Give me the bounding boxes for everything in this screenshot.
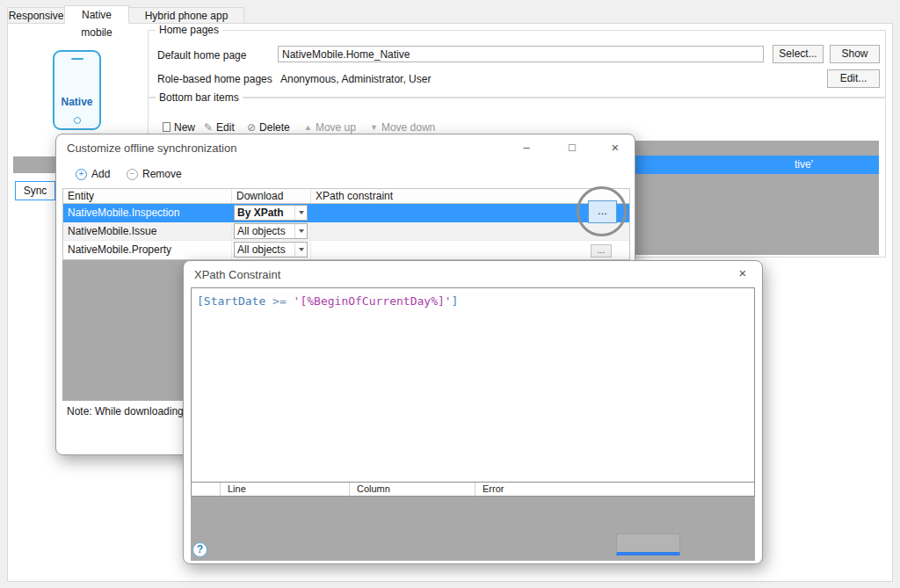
- toolbar-new-button[interactable]: New: [163, 120, 195, 134]
- xpath-dialog-title[interactable]: XPath Constraint: [194, 268, 280, 281]
- minimize-icon: –: [523, 141, 529, 154]
- phone-label: Native: [54, 96, 99, 108]
- move-down-icon: ▼: [370, 123, 378, 132]
- tab-hybrid-phone-app-online[interactable]: Hybrid phone app online: [128, 7, 244, 24]
- toolbar-move-down-label: Move down: [381, 121, 435, 134]
- download-cell: All objects: [232, 241, 311, 259]
- entity-cell: NativeMobile.Issue: [63, 222, 232, 240]
- entity-cell: NativeMobile.Property: [63, 241, 232, 259]
- chevron-down-icon: [294, 243, 307, 257]
- default-home-page-label: Default home page: [157, 49, 246, 62]
- column-header-xpath-constraint: XPath constraint: [311, 189, 629, 203]
- xpath-close-button[interactable]: ×: [728, 261, 758, 286]
- xpath-cell: [311, 222, 629, 240]
- remove-label: Remove: [142, 168, 182, 180]
- default-home-page-input[interactable]: [278, 46, 764, 62]
- edit-pencil-icon: ✎: [204, 121, 213, 134]
- error-col-error: Error: [475, 483, 754, 496]
- sync-dialog-title[interactable]: Customize offline synchronization: [67, 142, 236, 155]
- column-header-entity: Entity: [63, 189, 232, 203]
- download-select[interactable]: All objects: [234, 242, 308, 258]
- minimize-button[interactable]: –: [512, 134, 541, 161]
- entity-table: Entity Download XPath constraint NativeM…: [62, 188, 630, 260]
- chevron-down-icon: [294, 224, 307, 238]
- phone-home-button: [74, 117, 81, 124]
- error-col-line: Line: [221, 483, 350, 496]
- add-label: Add: [91, 168, 110, 180]
- select-button[interactable]: Select...: [773, 45, 824, 63]
- navigation-editor: Responsive Native mobile Hybrid phone ap…: [0, 0, 900, 588]
- xpath-editor[interactable]: [StartDate >= '[%BeginOfCurrentDay%]']: [191, 287, 755, 483]
- column-header-download: Download: [232, 189, 311, 203]
- remove-icon: −: [127, 169, 138, 180]
- ok-button[interactable]: [616, 534, 680, 555]
- toolbar-delete-button[interactable]: ⊘ Delete: [247, 120, 290, 134]
- home-pages-group: Home pages Default home page Select... S…: [148, 30, 886, 98]
- download-select[interactable]: By XPath: [234, 205, 308, 221]
- download-cell: By XPath: [232, 204, 311, 222]
- xpath-code-line: [StartDate >= '[%BeginOfCurrentDay%]']: [197, 294, 458, 308]
- remove-button[interactable]: − Remove: [127, 166, 182, 182]
- home-pages-legend: Home pages: [156, 24, 222, 36]
- bottom-bar-items-legend: Bottom bar items: [156, 91, 243, 104]
- table-row[interactable]: NativeMobile.Inspection By XPath: [63, 204, 629, 222]
- xpath-ellipsis-button[interactable]: ...: [588, 200, 617, 223]
- close-button[interactable]: ×: [600, 134, 630, 161]
- show-button[interactable]: Show: [830, 45, 880, 63]
- phone-speaker: [71, 58, 83, 60]
- toolbar-edit-label: Edit: [216, 121, 235, 134]
- toolbar-delete-label: Delete: [259, 121, 290, 134]
- role-based-home-pages-label: Role-based home pages: [157, 73, 272, 85]
- download-cell: All objects: [232, 222, 311, 240]
- maximize-icon: □: [569, 141, 576, 154]
- edit-button[interactable]: Edit...: [827, 69, 880, 88]
- entity-table-header: Entity Download XPath constraint: [63, 189, 629, 204]
- maximize-button[interactable]: □: [557, 134, 587, 161]
- sync-note: Note: While downloading o: [67, 405, 192, 417]
- xpath-cell: [311, 204, 629, 222]
- error-col-column: Column: [350, 483, 475, 496]
- table-row[interactable]: NativeMobile.Issue All objects: [63, 222, 629, 241]
- toolbar-edit-button[interactable]: ✎ Edit: [204, 120, 235, 134]
- native-phone-icon: Native: [53, 50, 101, 130]
- new-page-icon: [163, 122, 171, 132]
- error-col-marker: [192, 483, 221, 496]
- table-row[interactable]: NativeMobile.Property All objects: [63, 241, 629, 259]
- toolbar-move-down-button[interactable]: ▼ Move down: [370, 120, 435, 134]
- close-icon: ×: [612, 140, 620, 155]
- toolbar-new-label: New: [174, 121, 195, 134]
- row-ellipsis-button[interactable]: ...: [591, 244, 612, 258]
- move-up-icon: ▲: [304, 123, 312, 132]
- chevron-down-icon: [294, 206, 307, 220]
- role-based-home-pages-value: Anonymous, Administrator, User: [280, 73, 431, 85]
- help-button[interactable]: ?: [192, 542, 207, 557]
- tab-native-mobile[interactable]: Native mobile: [64, 5, 129, 24]
- entity-cell: NativeMobile.Inspection: [63, 204, 232, 222]
- tab-responsive[interactable]: Responsive: [7, 7, 65, 24]
- add-button[interactable]: + Add: [76, 166, 110, 182]
- xpath-cell: [311, 241, 629, 259]
- selected-row-text: tive': [795, 158, 813, 171]
- download-select[interactable]: All objects: [234, 223, 308, 239]
- toolbar-move-up-label: Move up: [316, 121, 356, 134]
- close-icon: ×: [739, 265, 747, 280]
- xpath-dialog: XPath Constraint × [StartDate >= '[%Begi…: [183, 260, 763, 564]
- add-icon: +: [76, 169, 87, 180]
- delete-icon: ⊘: [247, 121, 256, 134]
- error-table-header: Line Column Error: [191, 483, 755, 497]
- sync-button[interactable]: Sync: [15, 181, 55, 200]
- toolbar-move-up-button[interactable]: ▲ Move up: [304, 120, 356, 134]
